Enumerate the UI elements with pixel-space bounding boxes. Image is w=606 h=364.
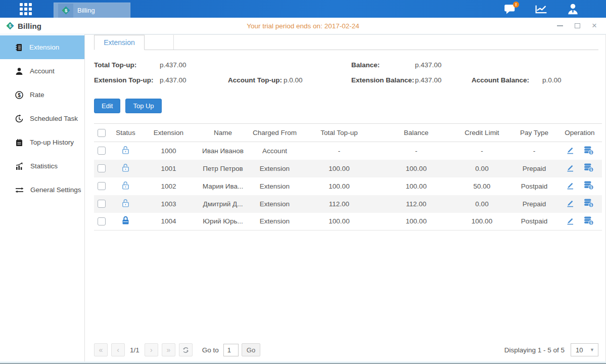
cell-name: Петр Петров xyxy=(195,160,251,177)
trial-notice: Your trial period ends on: 2017-02-24 xyxy=(0,22,606,30)
topbar-billing-tab[interactable]: Billing xyxy=(54,3,130,18)
sidebar-item-general-settings[interactable]: General Settings xyxy=(0,178,84,202)
cell-balance: - xyxy=(380,142,453,160)
page-size-value: 10 xyxy=(576,346,583,354)
pagination-bar: « ‹ 1/1 › » Go to Go Displaying 1 - 5 of… xyxy=(94,338,598,361)
maximize-icon[interactable] xyxy=(574,22,581,29)
table-row[interactable]: 1004 Юрий Юрь... Extension 100.00 100.00… xyxy=(94,213,602,231)
main-content: Extension Total Top-up: p.437.00 Extensi… xyxy=(85,34,605,361)
col-balance: Balance xyxy=(380,124,453,142)
sidebar-item-extension[interactable]: Extension xyxy=(0,35,84,59)
sidebar-item-rate[interactable]: $ Rate xyxy=(0,83,84,107)
first-page-button[interactable]: « xyxy=(94,343,108,356)
topbar-right-icons: ! xyxy=(503,0,580,18)
extension-balance-value: p.437.00 xyxy=(415,76,472,84)
select-all-checkbox[interactable] xyxy=(98,129,106,137)
edit-button[interactable]: Edit xyxy=(94,99,120,113)
go-button[interactable]: Go xyxy=(242,343,260,356)
prev-page-button[interactable]: ‹ xyxy=(111,343,125,356)
row-checkbox[interactable] xyxy=(98,147,106,155)
next-page-button[interactable]: › xyxy=(145,343,158,356)
sidebar-item-scheduled-task[interactable]: Scheduled Task xyxy=(0,107,84,130)
notifications-icon[interactable]: ! xyxy=(503,2,517,16)
balance-summary: Total Top-up: p.437.00 Extension Top-up:… xyxy=(94,57,598,87)
sidebar-item-topup-history[interactable]: Top-up History xyxy=(0,130,84,154)
table-row[interactable]: 1000 Иван Иванов Account - - - - xyxy=(94,142,602,160)
billing-diamond-icon xyxy=(58,4,73,18)
tab-extension[interactable]: Extension xyxy=(94,35,145,50)
cell-pay-type: Postpaid xyxy=(511,177,557,195)
edit-row-icon[interactable] xyxy=(566,163,575,172)
extension-table: Status Extension Name Charged From Total… xyxy=(94,123,602,231)
topup-button[interactable]: Top Up xyxy=(125,99,161,113)
lock-open-icon xyxy=(121,146,130,155)
billing-window: Billing ! xyxy=(0,0,606,364)
extension-table-body: 1000 Иван Иванов Account - - - - 1001 Пе… xyxy=(94,142,602,231)
close-icon[interactable]: × xyxy=(591,22,598,29)
cell-total-topup: 100.00 xyxy=(299,160,380,177)
col-total-topup: Total Top-up xyxy=(299,124,380,142)
table-row[interactable]: 1001 Петр Петров Extension 100.00 100.00… xyxy=(94,160,602,177)
tab-strip-blank xyxy=(145,35,174,50)
person-icon xyxy=(15,67,23,75)
total-topup-label: Total Top-up: xyxy=(94,61,160,69)
row-checkbox[interactable] xyxy=(98,200,106,208)
cell-extension: 1002 xyxy=(142,177,195,195)
resource-monitor-icon[interactable] xyxy=(534,2,548,16)
clock-icon xyxy=(15,115,23,123)
edit-row-icon[interactable] xyxy=(566,181,575,190)
lock-closed-icon xyxy=(121,216,130,225)
topup-row-icon[interactable] xyxy=(584,180,594,190)
displaying-text: Displaying 1 - 5 of 5 xyxy=(504,346,565,354)
cell-pay-type: - xyxy=(511,142,557,160)
billing-diamond-icon xyxy=(6,22,14,30)
cell-extension: 1004 xyxy=(142,213,195,231)
total-topup-value: p.437.00 xyxy=(160,61,228,69)
col-operation: Operation xyxy=(557,124,602,142)
table-header-row: Status Extension Name Charged From Total… xyxy=(94,124,602,142)
top-bar: Billing ! xyxy=(0,0,606,18)
sidebar-item-account[interactable]: Account xyxy=(0,59,84,83)
col-credit-limit: Credit Limit xyxy=(453,124,511,142)
refresh-button[interactable] xyxy=(179,343,193,356)
sidebar-item-statistics[interactable]: Statistics xyxy=(0,154,84,178)
goto-page-input[interactable] xyxy=(223,344,239,356)
lock-open-icon xyxy=(121,163,130,172)
account-balance-label: Account Balance: xyxy=(472,76,542,84)
row-checkbox[interactable] xyxy=(98,182,106,190)
minimize-icon[interactable] xyxy=(556,22,564,29)
cell-extension: 1000 xyxy=(142,142,195,160)
cell-credit-limit: - xyxy=(453,142,511,160)
edit-row-icon[interactable] xyxy=(566,199,575,208)
title-bar: Billing Your trial period ends on: 2017-… xyxy=(0,18,606,34)
svg-text:$: $ xyxy=(18,92,21,98)
table-row[interactable]: 1002 Мария Ива... Extension 100.00 100.0… xyxy=(94,177,602,195)
edit-row-icon[interactable] xyxy=(566,216,575,225)
extension-topup-value: p.437.00 xyxy=(160,76,228,84)
cell-pay-type: Postpaid xyxy=(511,213,557,231)
topup-row-icon[interactable] xyxy=(584,198,594,208)
row-checkbox[interactable] xyxy=(98,164,106,172)
cell-total-topup: 100.00 xyxy=(299,177,380,195)
goto-label: Go to xyxy=(202,346,219,354)
cell-charged-from: Extension xyxy=(251,177,299,195)
topup-row-icon[interactable] xyxy=(584,216,594,225)
coin-icon: $ xyxy=(15,91,23,99)
ledger-icon xyxy=(15,43,23,52)
cell-credit-limit: 50.00 xyxy=(453,177,511,195)
cell-balance: 100.00 xyxy=(380,177,453,195)
topup-row-icon[interactable] xyxy=(584,163,594,172)
app-grid-icon[interactable] xyxy=(19,3,32,16)
row-checkbox[interactable] xyxy=(98,217,106,225)
user-account-icon[interactable] xyxy=(566,2,580,16)
table-row[interactable]: 1003 Дмитрий Д... Extension 112.00 112.0… xyxy=(94,195,602,213)
sidebar: Extension Account $ Rate xyxy=(0,34,85,361)
refresh-icon xyxy=(182,346,190,354)
topup-row-icon[interactable] xyxy=(584,146,594,155)
edit-row-icon[interactable] xyxy=(566,146,575,155)
page-size-select[interactable]: 10 ▼ xyxy=(571,343,598,356)
cell-total-topup: 112.00 xyxy=(299,195,380,213)
last-page-button[interactable]: » xyxy=(162,343,175,356)
col-status: Status xyxy=(109,124,142,142)
extension-balance-label: Extension Balance: xyxy=(351,76,415,84)
